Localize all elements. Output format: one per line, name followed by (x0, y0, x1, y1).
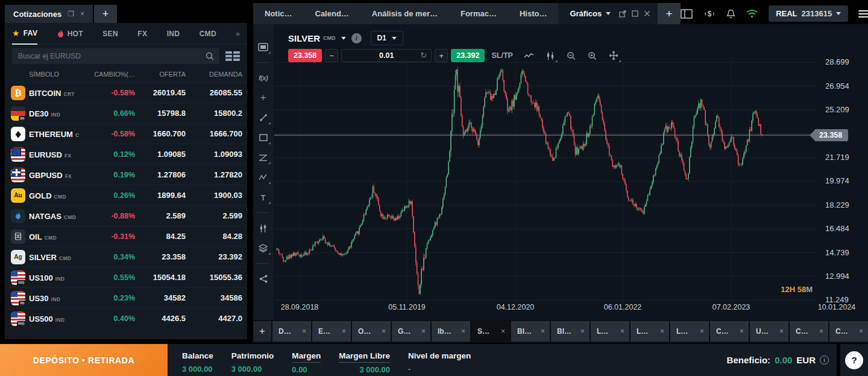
tab-fx[interactable]: FX (137, 23, 147, 45)
close-icon[interactable]: × (342, 327, 346, 336)
ask-price[interactable]: 1666.700 (186, 129, 242, 138)
chart-tab[interactable]: C…× (710, 321, 749, 342)
quote-row-oil[interactable]: OILCMD -0.31% 84.25 84.28 (5, 226, 247, 246)
close-icon[interactable]: × (819, 327, 823, 336)
bid-price[interactable]: 4426.5 (135, 314, 186, 323)
close-icon[interactable]: × (541, 327, 545, 336)
ask-price[interactable]: 34586 (186, 293, 242, 302)
close-icon[interactable]: × (779, 327, 784, 336)
zoom-out-icon[interactable] (565, 49, 577, 62)
col-change[interactable]: CAMBIO%(… (93, 71, 135, 78)
ask-price[interactable]: 26085.55 (186, 88, 242, 97)
sltp-label[interactable]: SL/TP (491, 51, 512, 60)
search-icon[interactable] (205, 51, 215, 61)
help-button[interactable]: ? (845, 351, 863, 369)
tab-hot[interactable]: HOT (57, 23, 83, 45)
buy-button[interactable]: 23.392 (451, 49, 485, 62)
col-symbol[interactable]: SÍMBOLO (5, 71, 93, 78)
quote-row-bitcoin[interactable]: ₿ BITCOINCRT -0.58% 26019.45 26085.55 (5, 82, 247, 103)
waves-tool-icon[interactable] (257, 171, 269, 183)
add-tab-button[interactable]: + (658, 3, 681, 24)
bid-price[interactable]: 23.358 (135, 252, 186, 261)
ask-price[interactable]: 4427.0 (186, 314, 242, 323)
chart-tab[interactable]: L…× (591, 321, 629, 342)
ask-price[interactable]: 1.27820 (186, 170, 242, 179)
close-icon[interactable]: × (461, 327, 465, 336)
candlestick-type-icon[interactable] (544, 49, 556, 62)
close-icon[interactable]: × (859, 327, 863, 336)
col-bid[interactable]: OFERTA (135, 71, 186, 78)
tab-cmd[interactable]: CMD (200, 23, 216, 45)
instrument-info-icon[interactable]: i (351, 33, 362, 43)
add-window-button[interactable]: + (94, 5, 117, 23)
bid-price[interactable]: 1.09085 (135, 150, 186, 159)
search-input[interactable] (12, 48, 219, 64)
ask-price[interactable]: 15800.2 (186, 109, 242, 118)
quote-row-us30[interactable]: 30 US30IND 0.23% 34582 34586 (5, 287, 247, 308)
tab-ind[interactable]: IND (167, 23, 180, 45)
rectangle-tool-icon[interactable] (257, 132, 269, 144)
close-icon[interactable]: × (740, 327, 744, 336)
volume-increase-button[interactable]: + (435, 49, 448, 62)
connection-wifi-icon[interactable] (746, 9, 758, 18)
close-icon[interactable]: × (580, 327, 585, 336)
chart-symbol[interactable]: SILVER (288, 33, 320, 43)
layout-grid-icon[interactable] (225, 51, 240, 61)
info-icon[interactable]: i (820, 355, 829, 365)
add-indicator-icon[interactable]: + (257, 92, 269, 104)
fibonacci-icon[interactable] (257, 151, 269, 164)
chart-tab[interactable]: U…× (750, 321, 788, 342)
chart-tab[interactable]: C…× (829, 321, 868, 342)
close-icon[interactable]: × (660, 327, 664, 336)
ask-price[interactable]: 1.09093 (186, 150, 242, 159)
close-icon[interactable]: × (501, 327, 505, 336)
layers-icon[interactable] (257, 242, 269, 254)
quote-row-silver[interactable]: Ag SILVERCMD 0.34% 23.358 23.392 (5, 246, 247, 267)
chevron-down-icon[interactable] (341, 37, 346, 40)
bid-price[interactable]: 15798.8 (135, 109, 186, 118)
account-selector[interactable]: REAL 2313615 (769, 5, 848, 22)
share-icon[interactable] (257, 273, 269, 285)
quote-row-de30[interactable]: 30 DE30IND 0.66% 15798.8 15800.2 (5, 103, 247, 123)
bid-price[interactable]: 34582 (135, 293, 186, 302)
tab-fav[interactable]: ★ FAV (12, 23, 37, 45)
volume-loop-icon[interactable]: ↻ (420, 51, 427, 60)
maximize-icon[interactable]: ❐ (68, 10, 74, 18)
add-chart-tab-button[interactable]: + (253, 321, 271, 342)
ask-price[interactable]: 2.599 (186, 211, 242, 220)
quote-row-ethereum[interactable]: ◆ ETHEREUMC -0.58% 1660.700 1666.700 (5, 123, 247, 144)
close-icon[interactable]: × (382, 327, 386, 336)
close-icon[interactable]: × (80, 10, 84, 18)
chart-tab[interactable]: D…× (272, 321, 311, 342)
volume-input[interactable]: 0.01 ↻ (341, 49, 432, 62)
tab-quotes-window[interactable]: Cotizaciones ❐ × (5, 5, 93, 23)
compare-icon[interactable] (257, 222, 269, 234)
volume-decrease-button[interactable]: − (325, 49, 338, 62)
trendline-icon[interactable] (257, 112, 269, 124)
tab-calendar[interactable]: Calend… (304, 3, 360, 24)
chart-type-icon[interactable] (257, 41, 269, 53)
menu-icon[interactable] (858, 10, 868, 18)
bid-price[interactable]: 1.27806 (135, 170, 186, 179)
quote-row-eurusd[interactable]: EURUSDFX 0.12% 1.09085 1.09093 (5, 144, 247, 164)
tab-market-analysis[interactable]: Análisis de mer… (360, 3, 449, 24)
ask-price[interactable]: 15055.36 (186, 273, 242, 282)
text-tool-icon[interactable]: T (257, 191, 269, 203)
chart-tab[interactable]: L…× (670, 321, 709, 342)
col-ask[interactable]: DEMANDA (186, 71, 242, 78)
chart-tab[interactable]: G…× (392, 321, 430, 342)
tab-history[interactable]: Histo… (508, 3, 559, 24)
bid-price[interactable]: 1899.64 (135, 191, 186, 200)
quote-row-gold[interactable]: Au GOLDCMD 0.26% 1899.64 1900.03 (5, 185, 247, 205)
date-axis[interactable]: 28.09.2018 05.11.2019 04.12.2020 06.01.2… (253, 303, 868, 316)
ask-price[interactable]: 23.392 (186, 252, 242, 261)
maximize-icon[interactable] (632, 10, 638, 17)
close-icon[interactable]: × (620, 327, 624, 336)
ask-price[interactable]: 1900.03 (186, 191, 242, 200)
chart-tab[interactable]: O…× (352, 321, 391, 342)
quote-row-us500[interactable]: 500 US500IND 0.40% 4426.5 4427.0 (5, 308, 247, 328)
bid-price[interactable]: 1660.700 (135, 129, 186, 138)
bid-price[interactable]: 2.589 (135, 211, 186, 220)
tab-education[interactable]: Formac… (449, 3, 508, 24)
tab-charts[interactable]: Gráficos (558, 3, 617, 24)
